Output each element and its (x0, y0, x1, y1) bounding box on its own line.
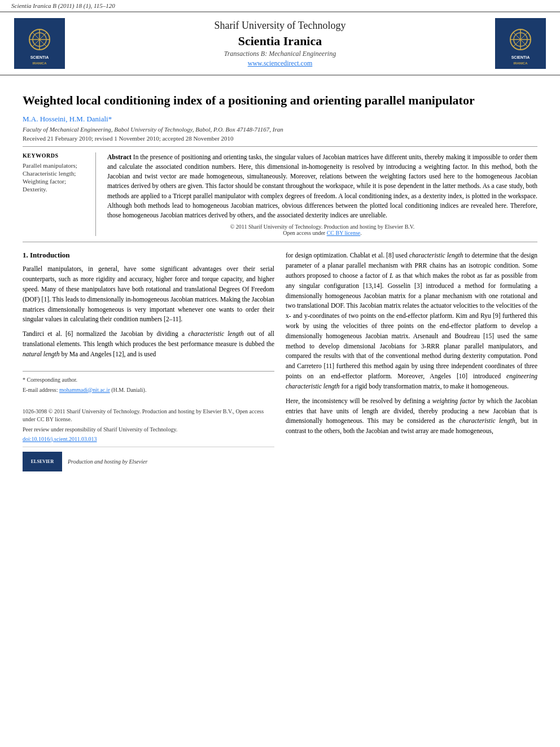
copyright-footer: 1026-3098 © 2011 Sharif University of Te… (23, 408, 274, 423)
cc-by-link[interactable]: CC BY license (327, 230, 361, 236)
logo-right-icon: SCIENTIA IRANICA (495, 18, 546, 69)
journal-name: Scientia Iranica (73, 34, 487, 49)
elsevier-logo: ELSEVIER (23, 452, 62, 471)
top-citation-bar: Scientia Iranica B (2011) 18 (1), 115–12… (0, 0, 560, 11)
peer-review: Peer review under responsibility of Shar… (23, 426, 274, 434)
university-name: Sharif University of Technology (73, 20, 487, 32)
email-label: E-mail address: (23, 387, 58, 393)
header-center: Sharif University of Technology Scientia… (73, 20, 487, 68)
elsevier-tagline: Production and hosting by Elsevier (68, 458, 147, 465)
authors: M.A. Hosseini, H.M. Daniali* (23, 115, 537, 124)
citation-text: Scientia Iranica B (2011) 18 (1), 115–12… (11, 2, 115, 9)
abstract-body: In the presence of positioning and orien… (107, 154, 537, 219)
abstract-text: Abstract In the presence of positioning … (107, 152, 537, 221)
keyword-3: Weighting factor; (23, 178, 87, 185)
abstract-label: Abstract (107, 154, 132, 160)
intro-para-1: Parallel manipulators, in general, have … (23, 264, 274, 325)
scientia-logo-left-icon: SCIENTIA IRANICA (14, 18, 65, 69)
page: Scientia Iranica B (2011) 18 (1), 115–12… (0, 0, 560, 747)
transactions-label: Transactions B: Mechanical Engineering (73, 50, 487, 58)
keyword-1: Parallel manipulators; (23, 162, 87, 169)
scientia-logo-right-icon: SCIENTIA IRANICA (495, 18, 546, 69)
footnote-email-address[interactable]: mohammadi@nit.ac.ir (59, 387, 110, 393)
author-names: M.A. Hosseini, H.M. Daniali* (23, 115, 112, 123)
website-link[interactable]: www.sciencedirect.com (73, 59, 487, 68)
elsevier-logo-text: ELSEVIER (31, 459, 54, 464)
keywords-column: KEYWORDS Parallel manipulators; Characte… (23, 152, 96, 237)
footnote-email: E-mail address: mohammadi@nit.ac.ir (H.M… (23, 386, 274, 394)
svg-text:IRANICA: IRANICA (33, 62, 47, 65)
doi-link[interactable]: doi:10.1016/j.scient.2011.03.013 (23, 436, 274, 442)
received-line: Received 21 February 2010; revised 1 Nov… (23, 135, 537, 147)
footnote-email-name: (H.M. Daniali). (111, 387, 146, 393)
main-content: Weighted local conditioning index of a p… (0, 76, 560, 483)
elsevier-footer: ELSEVIER Production and hosting by Elsev… (23, 447, 274, 471)
svg-text:IRANICA: IRANICA (514, 62, 528, 65)
keywords-title: KEYWORDS (23, 152, 87, 159)
body-columns: 1. Introduction Parallel manipulators, i… (23, 251, 537, 471)
affiliation: Faculty of Mechanical Engineering, Babol… (23, 126, 537, 133)
right-para-2: Here, the inconsistency will be resolved… (286, 396, 537, 436)
logo-left: SCIENTIA IRANICA (11, 18, 68, 69)
open-access-line: Open access under CC BY license. (107, 230, 537, 236)
abstract-column: Abstract In the presence of positioning … (107, 152, 537, 237)
keyword-2: Characteristic length; (23, 170, 87, 177)
journal-header: SCIENTIA IRANICA Sharif University of Te… (0, 11, 560, 76)
left-column: 1. Introduction Parallel manipulators, i… (23, 251, 274, 471)
keywords-abstract-section: KEYWORDS Parallel manipulators; Characte… (23, 152, 537, 243)
footnote-corresponding: * Corresponding author. (23, 376, 274, 384)
logo-right: SCIENTIA IRANICA (492, 18, 549, 69)
footer-section: * Corresponding author. E-mail address: … (23, 371, 274, 394)
section1-title: 1. Introduction (23, 251, 274, 260)
keyword-4: Dexterity. (23, 186, 87, 193)
right-para-1: for design optimization. Chablat et al. … (286, 251, 537, 391)
svg-text:SCIENTIA: SCIENTIA (511, 55, 530, 59)
copyright-line: © 2011 Sharif University of Technology. … (107, 224, 537, 230)
svg-text:SCIENTIA: SCIENTIA (30, 55, 49, 59)
article-title: Weighted local conditioning index of a p… (23, 93, 537, 109)
intro-para-2: Tandirci et al. [6] normalized the Jacob… (23, 329, 274, 359)
right-column: for design optimization. Chablat et al. … (286, 251, 537, 471)
